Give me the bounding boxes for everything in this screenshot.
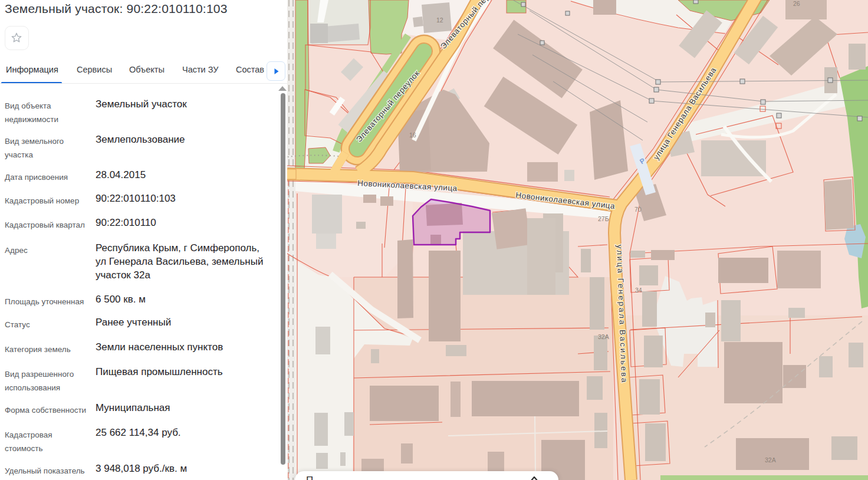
svg-text:16: 16 (409, 131, 416, 139)
svg-text:34: 34 (635, 287, 642, 294)
svg-text:27Б: 27Б (598, 215, 609, 222)
svg-text:32А: 32А (765, 456, 776, 463)
svg-text:70: 70 (634, 206, 642, 213)
svg-text:32А: 32А (598, 333, 609, 340)
svg-text:12: 12 (436, 17, 443, 24)
svg-text:26: 26 (793, 0, 800, 7)
